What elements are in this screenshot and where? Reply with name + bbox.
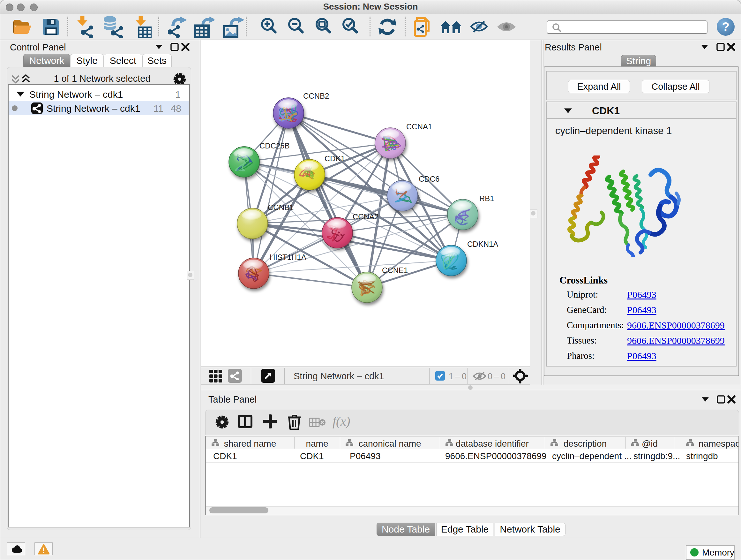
svg-text:CCNB2: CCNB2 [303,91,329,100]
svg-text:CDC25B: CDC25B [259,141,290,150]
svg-text:CCNA1: CCNA1 [406,122,432,131]
svg-text:RB1: RB1 [479,194,494,203]
svg-text:HIST1H1A: HIST1H1A [270,253,307,261]
svg-text:CDKN1A: CDKN1A [467,240,498,248]
svg-text:CDK1: CDK1 [325,154,345,163]
svg-text:CCNB1: CCNB1 [268,203,293,212]
svg-text:CCNE1: CCNE1 [382,266,408,274]
svg-text:CDC6: CDC6 [419,175,440,183]
svg-text:CCNA2: CCNA2 [353,212,379,221]
